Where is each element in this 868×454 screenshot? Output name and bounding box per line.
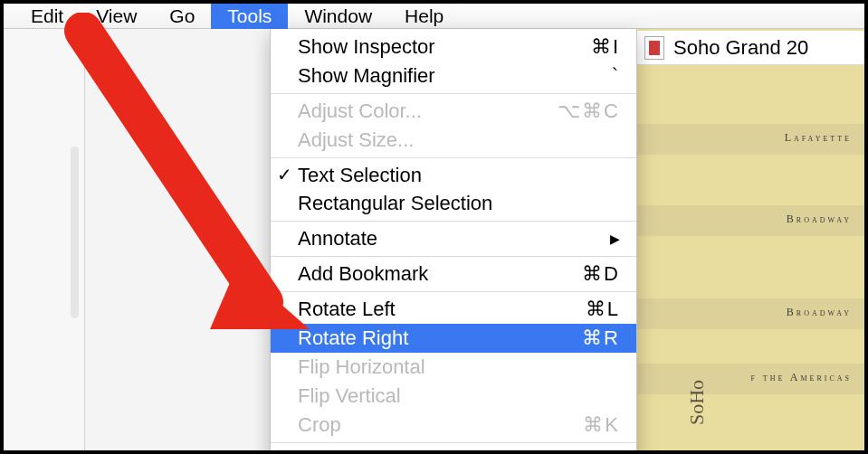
street-label: f the Americas [750,371,852,384]
menu-separator [271,157,636,158]
svg-line-0 [83,31,264,302]
document-title: Soho Grand 20 [673,36,808,60]
menu-assign-profile: Assign Profile... [271,446,636,454]
street-label: Lafayette [785,131,852,145]
menu-separator [271,291,636,292]
menu-separator [271,256,636,257]
menu-rectangular-selection[interactable]: Rectangular Selection [271,189,636,218]
menu-separator [271,221,636,222]
scrollbar[interactable] [71,147,79,318]
map-district-label: SoHo [685,380,709,425]
menu-edit[interactable]: Edit [14,4,80,29]
tools-dropdown: Show Inspector⌘I Show Magnifier` Adjust … [270,29,637,454]
submenu-arrow-icon: ▶ [610,230,620,248]
street-label: Broadway [787,306,852,319]
menu-separator [271,93,636,94]
menu-help[interactable]: Help [388,4,460,29]
menu-adjust-color: Adjust Color...⌥⌘C [271,97,636,126]
menu-rotate-right[interactable]: Rotate Right⌘R [271,324,636,353]
menu-crop: Crop⌘K [271,411,636,440]
street-label: Broadway [787,213,852,226]
menu-add-bookmark[interactable]: Add Bookmark⌘D [271,260,636,288]
menu-adjust-size: Adjust Size... [271,126,636,155]
menu-text-selection[interactable]: ✓Text Selection [271,161,636,190]
document-title-tab[interactable]: Soho Grand 20 [637,31,864,65]
menu-window[interactable]: Window [288,4,388,29]
map-background: Lafayette Broadway Broadway f the Americ… [634,29,864,454]
pdf-icon [644,36,664,60]
menu-flip-horizontal: Flip Horizontal [271,353,636,382]
menu-go[interactable]: Go [153,4,211,29]
sidebar [4,29,85,454]
menu-show-inspector[interactable]: Show Inspector⌘I [271,33,636,61]
menu-show-magnifier[interactable]: Show Magnifier` [271,61,636,90]
menu-annotate[interactable]: Annotate▶ [271,224,636,253]
menu-flip-vertical: Flip Vertical [271,382,636,411]
menu-view[interactable]: View [80,4,153,29]
menu-tools[interactable]: Tools [211,4,288,29]
menu-separator [271,442,636,443]
check-icon: ✓ [271,162,298,188]
menubar: Edit View Go Tools Window Help [4,4,864,29]
menu-rotate-left[interactable]: Rotate Left⌘L [271,295,636,324]
